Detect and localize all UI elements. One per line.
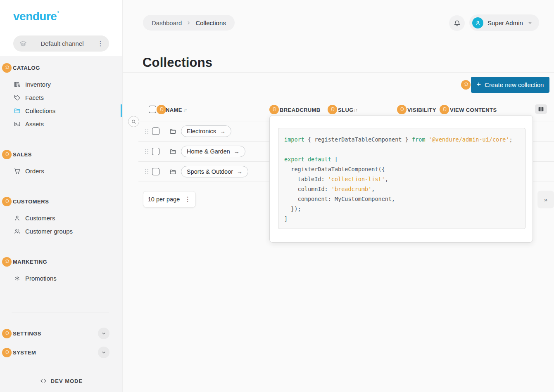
nav-section-sales: SALES Orders bbox=[0, 149, 122, 177]
sidebar-item-label: Customers bbox=[25, 215, 55, 222]
per-page-label: 10 per page bbox=[148, 196, 180, 203]
sidebar-item-label: Facets bbox=[25, 94, 44, 101]
column-header-breadcrumb[interactable]: BREADCRUMB bbox=[280, 107, 321, 113]
sidebar-item-customers[interactable]: Customers bbox=[0, 211, 122, 224]
notifications-button[interactable] bbox=[449, 15, 465, 31]
extension-badge-icon[interactable] bbox=[2, 348, 12, 357]
users-icon bbox=[14, 228, 21, 235]
inventory-icon bbox=[14, 81, 21, 88]
folder-icon bbox=[169, 168, 176, 175]
extension-badge-icon[interactable] bbox=[2, 197, 12, 206]
create-button-label: Create new collection bbox=[485, 81, 544, 88]
arrow-right-icon: → bbox=[237, 168, 243, 175]
sidebar-item-label: Assets bbox=[25, 120, 44, 128]
create-new-collection-button[interactable]: + Create new collection bbox=[471, 77, 549, 93]
kebab-menu-icon[interactable]: ⋮ bbox=[97, 40, 104, 47]
extension-badge-icon[interactable] bbox=[157, 105, 166, 114]
sidebar-item-promotions[interactable]: Promotions bbox=[0, 272, 122, 285]
breadcrumb-dashboard[interactable]: Dashboard bbox=[152, 19, 182, 26]
logo-text: vendure bbox=[13, 10, 57, 23]
extension-badge-icon[interactable] bbox=[2, 63, 12, 73]
extension-badge-icon[interactable] bbox=[2, 329, 12, 338]
code-block: import { registerDataTableComponent } fr… bbox=[278, 128, 525, 229]
select-all-checkbox[interactable] bbox=[149, 106, 156, 113]
column-header-visibility[interactable]: VISIBILITY bbox=[407, 107, 436, 113]
vendure-admin-app: vendure Default channel ⋮ CATALOG Invent… bbox=[0, 0, 554, 392]
kebab-menu-icon: ⋮ bbox=[184, 196, 191, 203]
nav-section-label: SYSTEM bbox=[13, 349, 98, 356]
sidebar-item-collections[interactable]: Collections bbox=[0, 104, 122, 117]
collection-name: Sports & Outdoor bbox=[187, 168, 233, 175]
table-header: NAME ↓↑ BREADCRUMB SLUG ↓↑ VISIBILITY VI… bbox=[123, 104, 554, 116]
items-per-page-selector[interactable]: 10 per page ⋮ bbox=[143, 191, 196, 208]
collection-link-chip[interactable]: Home & Garden → bbox=[181, 146, 245, 157]
code-line: }); bbox=[284, 204, 520, 214]
collection-link-chip[interactable]: Sports & Outdoor → bbox=[181, 166, 248, 177]
row-checkbox[interactable] bbox=[152, 148, 159, 155]
expand-section-button[interactable] bbox=[98, 328, 109, 339]
sidebar-item-orders[interactable]: Orders bbox=[0, 164, 122, 177]
dev-mode-button[interactable]: DEV MODE bbox=[0, 377, 122, 385]
code-line: tableId: 'collection-list', bbox=[284, 174, 520, 184]
header-divider bbox=[123, 72, 554, 73]
drag-handle-icon[interactable] bbox=[145, 169, 148, 174]
columns-icon bbox=[538, 106, 544, 112]
sort-icon[interactable]: ↓↑ bbox=[354, 107, 357, 112]
arrow-right-icon: → bbox=[234, 148, 240, 155]
code-line: columnId: 'breadcrumb', bbox=[284, 184, 520, 194]
user-icon bbox=[474, 19, 481, 26]
extension-badge-icon[interactable] bbox=[461, 80, 471, 90]
sort-icon[interactable]: ↓↑ bbox=[183, 107, 187, 112]
extension-badge-icon[interactable] bbox=[269, 105, 279, 114]
sidebar-item-inventory[interactable]: Inventory bbox=[0, 78, 122, 91]
sidebar-item-label: Inventory bbox=[25, 81, 51, 88]
nav-section-label: SALES bbox=[13, 151, 32, 158]
sidebar-item-assets[interactable]: Assets bbox=[0, 117, 122, 130]
column-header-slug[interactable]: SLUG bbox=[338, 107, 354, 113]
sidebar-item-label: Promotions bbox=[25, 275, 57, 282]
folder-icon bbox=[14, 107, 21, 114]
breadcrumb-collections[interactable]: Collections bbox=[195, 19, 226, 26]
nav-section-heading: MARKETING bbox=[0, 257, 122, 267]
promotions-icon bbox=[14, 275, 21, 282]
code-line: component: MyCustomComponent, bbox=[284, 194, 520, 204]
vendure-logo[interactable]: vendure bbox=[13, 10, 59, 23]
user-icon bbox=[14, 215, 21, 222]
folder-icon bbox=[169, 128, 176, 135]
assets-icon bbox=[14, 120, 21, 128]
code-line: registerDataTableComponent({ bbox=[284, 164, 520, 174]
collection-link-chip[interactable]: Electronics → bbox=[181, 125, 231, 137]
row-checkbox[interactable] bbox=[152, 128, 159, 135]
extension-badge-icon[interactable] bbox=[397, 105, 407, 114]
sidebar-item-customer-groups[interactable]: Customer groups bbox=[0, 224, 122, 238]
row-checkbox[interactable] bbox=[152, 168, 159, 175]
column-header-view-contents[interactable]: VIEW CONTENTS bbox=[450, 107, 497, 113]
breadcrumb: Dashboard Collections bbox=[143, 15, 235, 31]
code-line: export default [ bbox=[284, 154, 520, 164]
user-menu[interactable]: Super Admin bbox=[469, 14, 539, 31]
nav-section-label: CATALOG bbox=[13, 65, 40, 71]
nav-section-catalog: CATALOG Inventory Facets Collections Ass… bbox=[0, 63, 122, 130]
pagination-next-button[interactable]: » bbox=[537, 191, 554, 208]
expand-section-button[interactable] bbox=[98, 347, 109, 358]
drag-handle-icon[interactable] bbox=[145, 149, 148, 154]
folder-icon bbox=[169, 148, 176, 155]
search-button[interactable] bbox=[128, 116, 139, 127]
column-header-name[interactable]: NAME bbox=[166, 107, 182, 113]
drag-handle-icon[interactable] bbox=[145, 129, 148, 134]
code-icon bbox=[40, 377, 47, 385]
dev-mode-code-popover: import { registerDataTableComponent } fr… bbox=[269, 115, 533, 243]
logo-trademark-dot bbox=[57, 11, 59, 13]
extension-badge-icon[interactable] bbox=[2, 150, 12, 159]
sidebar-item-facets[interactable]: Facets bbox=[0, 91, 122, 104]
channel-selector[interactable]: Default channel ⋮ bbox=[13, 35, 109, 52]
collection-name: Home & Garden bbox=[187, 148, 230, 155]
code-line bbox=[284, 144, 520, 154]
extension-badge-icon[interactable] bbox=[440, 105, 449, 114]
extension-badge-icon[interactable] bbox=[2, 257, 12, 267]
nav-section-label: SETTINGS bbox=[13, 331, 98, 337]
extension-badge-icon[interactable] bbox=[328, 105, 337, 114]
bell-icon bbox=[453, 19, 461, 27]
column-picker-button[interactable] bbox=[535, 104, 547, 114]
cart-icon bbox=[14, 168, 21, 175]
